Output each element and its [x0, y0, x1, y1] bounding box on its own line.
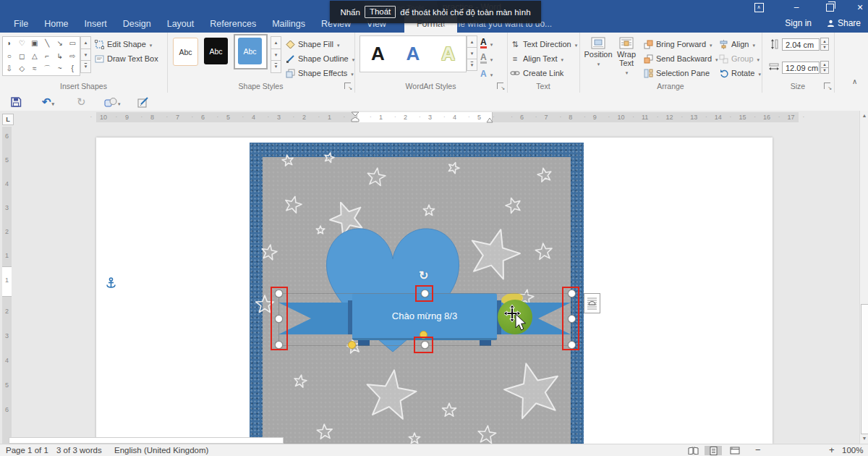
- wordart-scroll[interactable]: ▴ ▾ ▾: [467, 36, 477, 71]
- size-dialog-launcher[interactable]: [824, 83, 830, 89]
- shapes-tool-button[interactable]: [104, 96, 121, 108]
- zoom-in-button[interactable]: +: [829, 444, 835, 455]
- shape-gallery-item-7[interactable]: ◻: [16, 50, 29, 62]
- gallery-more-icon[interactable]: ▾: [467, 59, 477, 71]
- close-button[interactable]: ×: [852, 1, 868, 13]
- redo-button[interactable]: ↻: [77, 96, 86, 108]
- tab-stop-selector[interactable]: L: [2, 114, 14, 125]
- shape-style-preset-1[interactable]: Abc: [173, 38, 198, 66]
- horizontal-scrollbar-thumb[interactable]: [9, 437, 284, 444]
- tab-layout[interactable]: Layout: [159, 15, 203, 33]
- shape-width-field[interactable]: 12.09 cm: [782, 62, 820, 74]
- sign-in-link[interactable]: Sign in: [785, 18, 812, 28]
- yellow-adjust-handle-1[interactable]: [348, 341, 356, 349]
- gallery-more-icon[interactable]: ▾: [271, 60, 281, 73]
- spin-down-icon[interactable]: ▼: [820, 44, 829, 51]
- wordart-gallery[interactable]: A A A: [359, 35, 467, 72]
- shape-style-preset-3-selected[interactable]: Abc: [234, 34, 268, 69]
- text-fill-button[interactable]: A: [480, 37, 493, 50]
- shape-outline-button[interactable]: Shape Outline: [285, 52, 354, 65]
- shape-gallery-item-11[interactable]: ⇨: [67, 50, 80, 62]
- wordart-style-2[interactable]: A: [407, 43, 420, 65]
- text-effects-button[interactable]: A: [480, 67, 493, 80]
- scroll-down-icon[interactable]: ▾: [271, 48, 281, 62]
- save-button[interactable]: [10, 96, 22, 108]
- align-button[interactable]: Align: [718, 38, 755, 51]
- wrap-text-button[interactable]: Wrap Text: [614, 37, 639, 79]
- minimize-button[interactable]: –: [788, 1, 804, 13]
- read-mode-button[interactable]: [684, 446, 702, 455]
- text-direction-button[interactable]: ⇅ Text Direction: [510, 38, 577, 51]
- shape-gallery-item-1[interactable]: ♡: [16, 37, 29, 49]
- shape-gallery-item-10[interactable]: ↳: [54, 50, 67, 62]
- tab-home[interactable]: Home: [36, 15, 76, 33]
- group-button[interactable]: Group: [718, 52, 760, 65]
- shape-gallery-item-12[interactable]: ⇩: [3, 62, 16, 75]
- edit-shape-button[interactable]: Edit Shape: [94, 38, 152, 51]
- scroll-down-icon[interactable]: ▾: [467, 47, 477, 59]
- scroll-up-icon[interactable]: ▴: [271, 36, 281, 49]
- shape-styles-scroll[interactable]: ▴ ▾ ▾: [271, 37, 281, 73]
- shape-gallery-item-3[interactable]: ╲: [41, 37, 54, 49]
- shape-gallery-item-17[interactable]: {: [67, 62, 80, 75]
- scrollbar-thumb[interactable]: [861, 304, 868, 434]
- zoom-out-button[interactable]: −: [755, 444, 761, 455]
- tab-design[interactable]: Design: [115, 15, 159, 33]
- share-button[interactable]: Share: [827, 18, 861, 28]
- rotate-handle[interactable]: ↻: [419, 269, 428, 282]
- gallery-more-icon[interactable]: ▾: [80, 60, 91, 73]
- shape-gallery-item-2[interactable]: ▣: [28, 37, 41, 49]
- undo-button[interactable]: ↶: [42, 96, 54, 108]
- layout-options-button[interactable]: [584, 293, 600, 313]
- indent-markers[interactable]: [351, 111, 359, 123]
- shape-gallery-item-16[interactable]: ~: [54, 62, 67, 75]
- ribbon-display-options-button[interactable]: ∧: [751, 1, 767, 13]
- shape-gallery-item-6[interactable]: ○: [3, 50, 16, 62]
- shape-gallery-item-5[interactable]: ▭: [67, 37, 80, 49]
- create-link-button[interactable]: Create Link: [510, 67, 563, 80]
- selection-pane-button[interactable]: Selection Pane: [643, 67, 710, 80]
- draw-text-box-button[interactable]: Draw Text Box: [94, 52, 158, 65]
- scrollbar-up-icon[interactable]: ▲: [860, 113, 868, 118]
- scrollbar-down-icon[interactable]: ▼: [860, 436, 868, 441]
- shape-height-spinner[interactable]: ▲▼: [820, 38, 829, 51]
- shape-style-preset-2[interactable]: Abc: [204, 38, 228, 64]
- page-indicator[interactable]: Page 1 of 1: [6, 446, 48, 455]
- shape-gallery-item-0[interactable]: ◗: [3, 37, 16, 49]
- shape-width-spinner[interactable]: ▲▼: [820, 62, 829, 74]
- spin-down-icon[interactable]: ▼: [820, 67, 829, 75]
- collapse-ribbon-button[interactable]: ∧: [852, 77, 857, 85]
- shape-gallery[interactable]: ◗♡▣╲↘▭○◻△⌐↳⇨⇩◇≈⌒~{: [2, 36, 80, 76]
- shape-gallery-item-9[interactable]: ⌐: [41, 50, 54, 62]
- scroll-up-icon[interactable]: ▴: [467, 35, 477, 48]
- rotate-button[interactable]: Rotate: [718, 67, 761, 80]
- edit-tool-button[interactable]: [137, 96, 149, 108]
- shape-effects-button[interactable]: Shape Effects: [285, 67, 354, 80]
- position-button[interactable]: Position: [585, 37, 611, 79]
- align-text-button[interactable]: ≡ Align Text: [510, 52, 563, 65]
- tab-insert[interactable]: Insert: [77, 15, 115, 33]
- shape-gallery-item-4[interactable]: ↘: [54, 37, 67, 49]
- send-backward-button[interactable]: Send Backward: [643, 52, 718, 65]
- shape-styles-dialog-launcher[interactable]: [344, 83, 351, 89]
- wordart-dialog-launcher[interactable]: [497, 83, 503, 89]
- vertical-ruler[interactable]: 654321123456: [2, 127, 12, 444]
- shape-gallery-item-15[interactable]: ⌒: [41, 62, 54, 75]
- shape-height-field[interactable]: 2.04 cm: [782, 38, 820, 51]
- shape-gallery-item-14[interactable]: ≈: [28, 62, 41, 75]
- print-layout-button[interactable]: [705, 446, 722, 455]
- wordart-style-1[interactable]: A: [371, 43, 385, 65]
- shape-fill-button[interactable]: Shape Fill: [285, 38, 339, 51]
- tab-mailings[interactable]: Mailings: [264, 15, 313, 33]
- tab-references[interactable]: References: [202, 15, 264, 33]
- scroll-down-icon[interactable]: ▾: [80, 48, 91, 62]
- web-layout-button[interactable]: [726, 446, 744, 455]
- word-count[interactable]: 3 of 3 words: [56, 446, 102, 455]
- bring-forward-button[interactable]: Bring Forward: [643, 38, 712, 51]
- shape-gallery-scroll[interactable]: ▴ ▾ ▾: [80, 37, 91, 73]
- background-picture[interactable]: Chào mừng 8/3 ↻: [250, 143, 584, 444]
- vertical-scrollbar[interactable]: ▲ ▼: [859, 111, 868, 444]
- language-indicator[interactable]: English (United Kingdom): [114, 446, 208, 455]
- shape-gallery-item-8[interactable]: △: [28, 50, 41, 62]
- text-outline-button[interactable]: A: [480, 52, 493, 65]
